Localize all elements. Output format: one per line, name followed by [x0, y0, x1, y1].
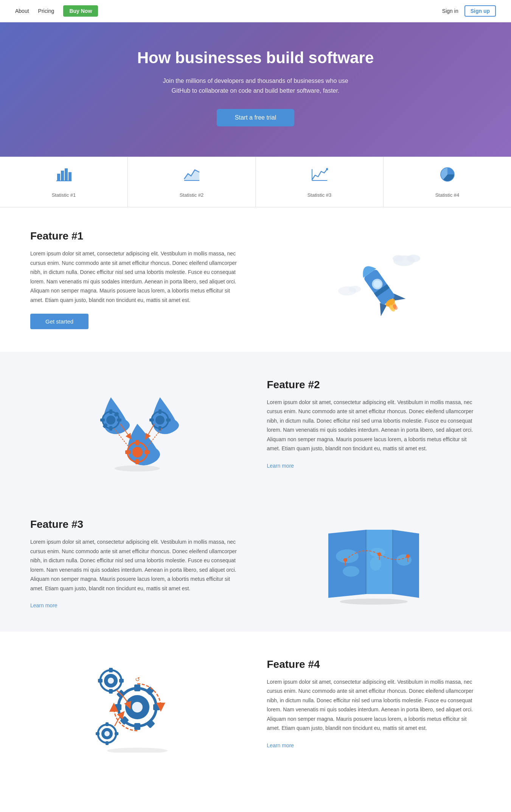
feature-1-title: Feature #1 [30, 230, 244, 242]
feature-3-image [267, 522, 481, 605]
svg-rect-86 [119, 679, 124, 683]
svg-rect-31 [117, 418, 121, 422]
svg-rect-79 [146, 719, 155, 728]
hero-title: How businesses build software [15, 49, 496, 67]
svg-rect-44 [135, 459, 139, 464]
feature-3-title: Feature #3 [30, 518, 244, 530]
svg-point-95 [107, 748, 168, 753]
feature-3-text: Feature #3 Lorem ipsum dolor sit amet, c… [30, 518, 244, 609]
feature-section-2: Feature #2 Lorem ipsum dolor sit amet, c… [0, 352, 511, 496]
feature-4-title: Feature #4 [267, 658, 481, 670]
stat-item-4: Statistic #4 [384, 157, 511, 207]
nav-link-about[interactable]: About [15, 8, 29, 14]
feature-4-learn-more-link[interactable]: Learn more [267, 742, 294, 748]
svg-rect-1 [61, 171, 64, 180]
svg-rect-37 [158, 409, 162, 414]
svg-point-83 [108, 678, 114, 684]
feature-4-body: Lorem ipsum dolor sit amet, consectetur … [267, 677, 481, 733]
line-chart-icon [311, 166, 328, 189]
stats-bar: Statistic #1 Statistic #2 Statistic #3 [0, 157, 511, 207]
svg-point-13 [407, 255, 420, 262]
svg-point-16 [349, 286, 361, 292]
svg-point-68 [340, 599, 408, 605]
stat-label-1: Statistic #1 [52, 192, 76, 198]
svg-rect-93 [115, 732, 118, 735]
svg-rect-45 [144, 450, 149, 454]
svg-text:↺: ↺ [135, 676, 140, 683]
svg-rect-46 [125, 450, 130, 454]
feature-4-text: Feature #4 Lorem ipsum dolor sit amet, c… [267, 658, 481, 749]
nav-right: Sign in Sign up [442, 5, 496, 17]
svg-point-28 [106, 415, 115, 425]
gears-illustration: ↺ [84, 654, 190, 753]
feature-1-image [267, 230, 481, 329]
sign-in-link[interactable]: Sign in [442, 8, 458, 14]
feature-section-4: Feature #4 Lorem ipsum dolor sit amet, c… [0, 632, 511, 775]
svg-point-71 [132, 702, 143, 712]
feature-4-image: ↺ [30, 654, 244, 753]
svg-rect-85 [109, 689, 113, 694]
buy-now-button[interactable]: Buy Now [63, 5, 98, 17]
feature-section-3: Feature #3 Lorem ipsum dolor sit amet, c… [0, 496, 511, 632]
svg-rect-38 [158, 426, 162, 431]
svg-rect-76 [145, 686, 154, 695]
stat-label-4: Statistic #4 [435, 192, 460, 198]
get-started-button[interactable]: Get started [30, 314, 89, 329]
svg-rect-72 [134, 684, 140, 691]
water-gears-illustration [84, 375, 190, 473]
sign-up-button[interactable]: Sign up [464, 5, 496, 17]
feature-2-text: Feature #2 Lorem ipsum dolor sit amet, c… [267, 379, 481, 469]
svg-rect-91 [106, 722, 109, 726]
svg-rect-87 [98, 679, 103, 683]
map-illustration [317, 522, 430, 605]
svg-rect-84 [109, 668, 113, 672]
svg-rect-94 [96, 732, 99, 735]
svg-rect-92 [106, 741, 109, 745]
svg-rect-29 [109, 409, 112, 414]
stat-item-2: Statistic #2 [128, 157, 256, 207]
nav-link-pricing[interactable]: Pricing [38, 8, 54, 14]
bar-chart-icon [56, 166, 72, 189]
svg-point-36 [155, 415, 165, 425]
stat-label-2: Statistic #2 [180, 192, 204, 198]
svg-rect-43 [135, 440, 139, 445]
svg-point-56 [343, 566, 359, 577]
svg-point-57 [370, 548, 385, 557]
rocket-illustration [325, 230, 423, 329]
hero-subtitle: Join the millions of developers and thou… [157, 76, 354, 95]
feature-2-title: Feature #2 [267, 379, 481, 391]
navigation: About Pricing Buy Now Sign in Sign up [0, 0, 511, 22]
svg-rect-3 [68, 172, 71, 180]
area-chart-icon [183, 166, 200, 189]
svg-point-14 [393, 255, 404, 262]
svg-rect-30 [109, 426, 112, 431]
svg-point-90 [104, 731, 110, 736]
stat-item-1: Statistic #1 [0, 157, 128, 207]
svg-rect-32 [100, 418, 105, 422]
feature-2-learn-more-link[interactable]: Learn more [267, 463, 294, 469]
svg-rect-0 [57, 174, 60, 180]
svg-point-42 [132, 447, 143, 457]
svg-line-48 [147, 424, 154, 437]
svg-rect-2 [65, 168, 68, 180]
feature-1-text: Feature #1 Lorem ipsum dolor sit amet, c… [30, 230, 244, 329]
start-trial-button[interactable]: Start a free trial [217, 109, 294, 126]
svg-marker-52 [328, 530, 366, 598]
hero-section: How businesses build software Join the m… [0, 22, 511, 157]
svg-point-55 [336, 549, 359, 563]
svg-rect-40 [149, 418, 154, 422]
feature-2-body: Lorem ipsum dolor sit amet, consectetur … [267, 398, 481, 453]
feature-3-learn-more-link[interactable]: Learn more [30, 602, 57, 608]
nav-left: About Pricing Buy Now [15, 5, 98, 17]
svg-point-51 [115, 465, 160, 471]
stat-label-3: Statistic #3 [308, 192, 332, 198]
stat-item-3: Statistic #3 [256, 157, 384, 207]
pie-chart-icon [439, 166, 456, 189]
svg-rect-39 [166, 418, 171, 422]
svg-rect-74 [153, 704, 160, 710]
feature-section-1: Feature #1 Lorem ipsum dolor sit amet, c… [0, 207, 511, 352]
feature-1-body: Lorem ipsum dolor sit amet, consectetur … [30, 249, 244, 305]
svg-rect-73 [134, 723, 140, 730]
feature-2-image [30, 375, 244, 473]
feature-3-body: Lorem ipsum dolor sit amet, consectetur … [30, 537, 244, 593]
